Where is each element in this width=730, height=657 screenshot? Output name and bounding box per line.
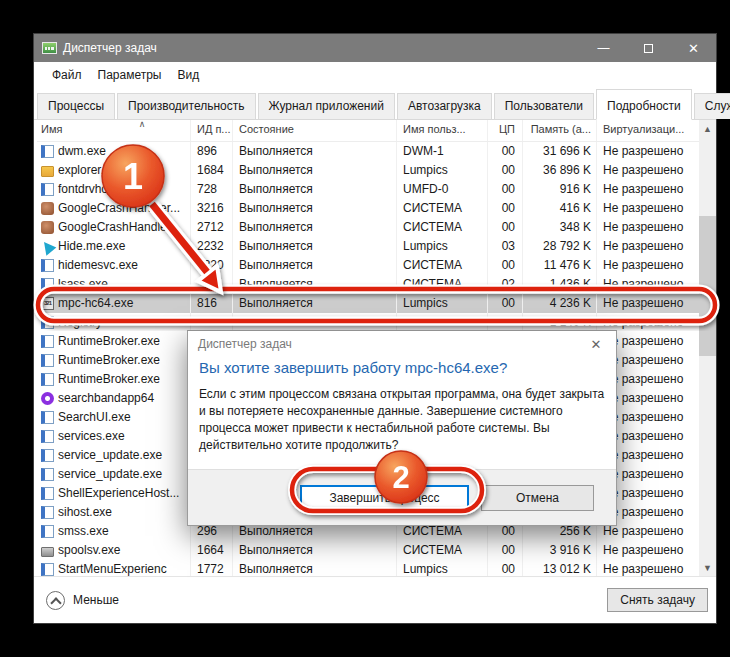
tab-пользователи[interactable]: Пользователи xyxy=(494,93,594,119)
cell-name: ShellExperienceHost... xyxy=(37,484,191,503)
table-row[interactable]: 321mpc-hc64.exe816ВыполняетсяLumpics004 … xyxy=(37,294,699,313)
cell-cpu: 00 xyxy=(488,218,523,237)
dialog-footer: Завершить процесс Отмена xyxy=(188,469,616,525)
column-header-name[interactable]: Имя xyxy=(37,120,191,141)
dialog-heading: Вы хотите завершить работу mpc-hc64.exe? xyxy=(199,359,605,376)
process-icon xyxy=(41,373,54,386)
table-row[interactable]: fontdrvhost.exe728ВыполняетсяUMFD-000916… xyxy=(37,180,699,199)
table-row[interactable]: spoolsv.exe1664ВыполняетсяСИСТЕМА003 916… xyxy=(37,541,699,560)
scroll-up-icon[interactable]: ▲ xyxy=(699,120,716,137)
tab-процессы[interactable]: Процессы xyxy=(37,93,115,119)
process-name: Registry xyxy=(58,313,102,332)
process-icon xyxy=(41,335,54,348)
maximize-icon xyxy=(644,44,653,53)
dialog-body: Вы хотите завершить работу mpc-hc64.exe?… xyxy=(188,357,616,469)
desktop: Диспетчер задач — ✕ ФайлПараметрыВид Про… xyxy=(0,0,730,657)
end-task-button[interactable]: Снять задачу xyxy=(607,588,708,612)
table-row[interactable]: lsass.exeВыполняетсяСИСТЕМА021 436 KНе р… xyxy=(37,275,699,294)
maximize-button[interactable] xyxy=(626,34,671,62)
menu-item-1[interactable]: Параметры xyxy=(90,64,170,86)
vertical-scrollbar[interactable]: ▲ ▼ xyxy=(699,120,716,576)
cell-mem: 4 236 K xyxy=(523,294,597,313)
cell-name: SearchUI.exe xyxy=(37,408,191,427)
cell-virt: Не разрешено xyxy=(597,237,699,256)
tab-службы[interactable]: Службы xyxy=(694,93,730,119)
tab-журнал-приложений[interactable]: Журнал приложений xyxy=(258,93,395,119)
close-button[interactable]: ✕ xyxy=(671,34,716,62)
cell-pid: 816 xyxy=(191,294,233,313)
cell-user: Lumpics xyxy=(397,294,488,313)
column-header-user[interactable]: Имя польз... xyxy=(397,120,488,141)
process-name: dwm.exe xyxy=(58,142,106,161)
scrollbar-thumb[interactable] xyxy=(699,216,716,356)
column-header-pid[interactable]: ИД п... xyxy=(191,120,233,141)
fewer-details-toggle[interactable]: Меньше xyxy=(46,591,119,610)
process-icon xyxy=(41,278,54,291)
cell-pid: 2232 xyxy=(191,237,233,256)
cell-name: services.exe xyxy=(37,427,191,446)
table-row[interactable]: GoogleCrashHandler...2712ВыполняетсяСИСТ… xyxy=(37,218,699,237)
process-name: GoogleCrashHandler... xyxy=(58,199,180,218)
process-name: sihost.exe xyxy=(58,503,112,522)
menu-item-0[interactable]: Файл xyxy=(44,64,90,86)
cell-name: GoogleCrashHandler... xyxy=(37,218,191,237)
cell-user: СИСТЕМА xyxy=(397,275,488,294)
process-icon xyxy=(41,221,54,234)
cell-virt: Не разрешено xyxy=(597,541,699,560)
fewer-details-label: Меньше xyxy=(73,593,119,607)
cancel-button[interactable]: Отмена xyxy=(481,485,594,511)
dialog-title-bar[interactable]: Диспетчер задач ✕ xyxy=(188,331,616,357)
process-icon xyxy=(41,183,54,196)
process-name: RuntimeBroker.exe xyxy=(58,332,160,351)
cell-pid: 1684 xyxy=(191,161,233,180)
table-row[interactable]: dwm.exe896ВыполняетсяDWM-10031 696 KНе р… xyxy=(37,142,699,161)
tab-подробности[interactable]: Подробности xyxy=(596,89,692,120)
column-header-cpu[interactable]: ЦП xyxy=(488,120,523,141)
cell-cpu: 00 xyxy=(488,161,523,180)
table-row[interactable]: explorer.exe1684ВыполняетсяLumpics0036 8… xyxy=(37,161,699,180)
cell-name: service_update.exe xyxy=(37,446,191,465)
process-icon xyxy=(41,449,54,462)
process-icon xyxy=(41,411,54,424)
column-header-status[interactable]: Состояние xyxy=(233,120,397,141)
title-bar[interactable]: Диспетчер задач — ✕ xyxy=(34,34,716,62)
table-row[interactable]: Hide.me.exe2232ВыполняетсяLumpics0328 79… xyxy=(37,237,699,256)
cell-mem: 36 896 K xyxy=(523,161,597,180)
scroll-down-icon[interactable]: ▼ xyxy=(699,559,716,576)
column-header-virt[interactable]: Виртуализаци... xyxy=(597,120,699,141)
process-name: RuntimeBroker.exe xyxy=(58,370,160,389)
table-row[interactable]: hidemesvc.exe2320ВыполняетсяСИСТЕМА0011 … xyxy=(37,256,699,275)
process-name: GoogleCrashHandler... xyxy=(58,218,180,237)
cell-virt: Не разрешено xyxy=(597,199,699,218)
tab-автозагрузка[interactable]: Автозагрузка xyxy=(397,93,492,119)
cell-status: Выполняется xyxy=(233,218,397,237)
cell-name: RuntimeBroker.exe xyxy=(37,332,191,351)
cell-name: hidemesvc.exe xyxy=(37,256,191,275)
cell-name: searchbandapp64 xyxy=(37,389,191,408)
cell-pid xyxy=(191,275,233,294)
cell-cpu: 00 xyxy=(488,256,523,275)
process-name: fontdrvhost.exe xyxy=(58,180,140,199)
tab-производительность[interactable]: Производительность xyxy=(117,93,255,119)
column-header-mem[interactable]: Память (а... xyxy=(523,120,597,141)
cell-mem: 416 K xyxy=(523,199,597,218)
cell-user: UMFD-0 xyxy=(397,180,488,199)
menu-item-2[interactable]: Вид xyxy=(169,64,207,86)
process-name: RuntimeBroker.exe xyxy=(58,351,160,370)
cell-name: fontdrvhost.exe xyxy=(37,180,191,199)
table-row[interactable]: GoogleCrashHandler...3216ВыполняетсяСИСТ… xyxy=(37,199,699,218)
minimize-button[interactable]: — xyxy=(581,34,626,62)
cell-cpu: 00 xyxy=(488,199,523,218)
process-icon xyxy=(41,202,54,215)
cell-mem: 31 696 K xyxy=(523,142,597,161)
table-row[interactable]: StartMenuExperienc1772ВыполняетсяLumpics… xyxy=(37,560,699,576)
cell-name: sihost.exe xyxy=(37,503,191,522)
cell-virt: Не разрешено xyxy=(597,256,699,275)
cell-pid: 1772 xyxy=(191,560,233,576)
confirm-end-process-button[interactable]: Завершить процесс xyxy=(300,485,469,511)
cell-name: lsass.exe xyxy=(37,275,191,294)
cell-status: Выполняется xyxy=(233,256,397,275)
sort-ascending-icon: ∧ xyxy=(132,120,152,129)
cell-user: Lumpics xyxy=(397,237,488,256)
dialog-close-icon[interactable]: ✕ xyxy=(576,337,616,352)
